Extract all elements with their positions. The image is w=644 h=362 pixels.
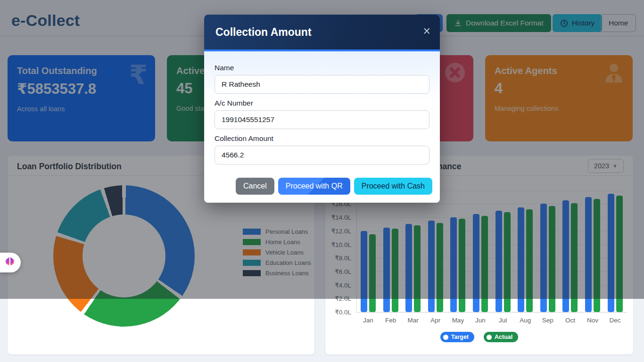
name-label: Name <box>215 64 429 72</box>
cancel-button[interactable]: Cancel <box>236 178 274 195</box>
x-tick-label: Oct <box>560 317 580 324</box>
a-c-number-label: A/c Number <box>215 99 429 107</box>
x-tick-label: Feb <box>380 317 401 324</box>
x-tick-label: Aug <box>515 317 536 324</box>
legend-pill-target[interactable]: Target <box>440 332 474 342</box>
modal-header: Collection Amount × <box>204 15 440 51</box>
bar-legend: TargetActual <box>325 332 633 342</box>
legend-pill-label: Target <box>451 334 469 340</box>
x-axis-line <box>356 312 627 313</box>
legend-dot <box>443 335 448 340</box>
page: e-Collect Download Excel Format History … <box>0 0 644 362</box>
proceed-cash-button[interactable]: Proceed with Cash <box>354 178 432 195</box>
modal-body: NameA/c NumberCollection Amount <box>204 51 440 168</box>
assistant-pill-button[interactable] <box>0 253 21 272</box>
legend-pill-actual[interactable]: Actual <box>484 332 518 342</box>
x-tick-label: Jun <box>470 317 491 324</box>
modal-title: Collection Amount <box>215 26 312 39</box>
proceed-qr-button[interactable]: Proceed with QR <box>278 178 350 195</box>
collection-amount-label: Collection Amount <box>215 134 429 143</box>
a-c-number-input[interactable] <box>215 110 429 129</box>
y-tick-label: ₹0.0L <box>325 308 351 316</box>
modal-footer: Cancel Proceed with QR Proceed with Cash <box>236 178 432 195</box>
name-input[interactable] <box>215 75 429 94</box>
legend-pill-label: Actual <box>495 334 512 340</box>
x-tick-label: Jul <box>493 317 513 324</box>
x-tick-label: Nov <box>582 317 603 324</box>
collection-amount-modal: Collection Amount × NameA/c NumberCollec… <box>204 15 440 203</box>
close-icon[interactable]: × <box>423 25 430 38</box>
x-tick-label: Dec <box>605 317 626 324</box>
collection-amount-input[interactable] <box>215 146 429 165</box>
legend-dot <box>487 335 492 340</box>
x-tick-label: Mar <box>403 317 423 324</box>
x-tick-label: Jan <box>358 317 379 324</box>
x-tick-label: Sep <box>537 317 558 324</box>
x-tick-label: Apr <box>425 317 446 324</box>
x-tick-label: May <box>447 317 468 324</box>
brain-icon <box>4 256 16 269</box>
